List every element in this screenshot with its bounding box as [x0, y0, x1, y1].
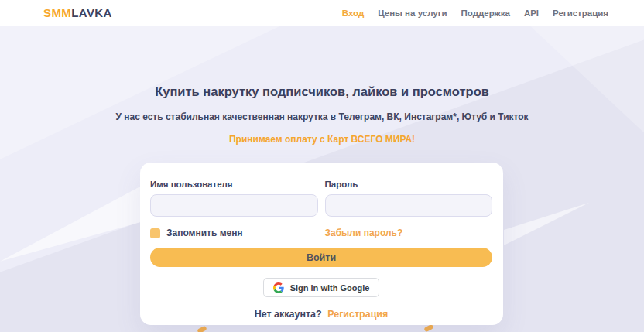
no-account-text: Нет аккаунта? [255, 309, 322, 320]
login-card: Имя пользователя Пароль Запомнить меня З… [140, 163, 503, 325]
register-row: Нет аккаунта? Регистрация [150, 309, 492, 320]
username-label: Имя пользователя [150, 180, 318, 189]
password-label: Пароль [325, 180, 493, 189]
logo-part-dark: LAVKA [71, 6, 112, 19]
logo[interactable]: SMMLAVKA [43, 6, 112, 19]
remember-label: Запомнить меня [166, 228, 243, 238]
google-signin-button[interactable]: Sign in with Google [263, 278, 380, 297]
orange-deco-right [423, 324, 433, 332]
light-wedge-right [504, 200, 593, 248]
options-row: Запомнить меня Забыли пароль? [150, 228, 492, 238]
username-field: Имя пользователя [150, 180, 318, 217]
google-signin-wrap: Sign in with Google [150, 278, 492, 297]
nav-item-support[interactable]: Поддержка [461, 9, 510, 18]
hero-subtitle: У нас есть стабильная качественная накру… [0, 111, 644, 122]
main-nav: Вход Цены на услуги Поддержка API Регист… [342, 9, 608, 18]
credentials-fields: Имя пользователя Пароль [150, 180, 492, 217]
orange-deco-left [197, 326, 207, 332]
remember-me[interactable]: Запомнить меня [150, 228, 318, 238]
login-page: SMMLAVKA Вход Цены на услуги Поддержка A… [0, 0, 644, 332]
password-input[interactable] [325, 194, 493, 217]
register-link[interactable]: Регистрация [327, 309, 388, 320]
top-bar: SMMLAVKA Вход Цены на услуги Поддержка A… [0, 0, 644, 26]
page-title: Купить накрутку подписчиков, лайков и пр… [0, 84, 644, 99]
google-g-icon [273, 282, 284, 293]
logo-part-orange: SMM [43, 6, 71, 19]
nav-item-prices[interactable]: Цены на услуги [378, 9, 447, 18]
forgot-password-link[interactable]: Забыли пароль? [325, 228, 493, 238]
login-button[interactable]: Войти [150, 248, 492, 267]
google-signin-label: Sign in with Google [290, 283, 370, 293]
remember-checkbox[interactable] [150, 228, 160, 238]
hero-section: Купить накрутку подписчиков, лайков и пр… [0, 26, 644, 145]
username-input[interactable] [150, 194, 318, 217]
nav-item-register[interactable]: Регистрация [553, 9, 608, 18]
nav-item-login[interactable]: Вход [342, 9, 364, 18]
nav-item-api[interactable]: API [524, 9, 539, 18]
hero-highlight: Принимаем оплату с Карт ВСЕГО МИРА! [0, 134, 644, 145]
password-field: Пароль [325, 180, 493, 217]
